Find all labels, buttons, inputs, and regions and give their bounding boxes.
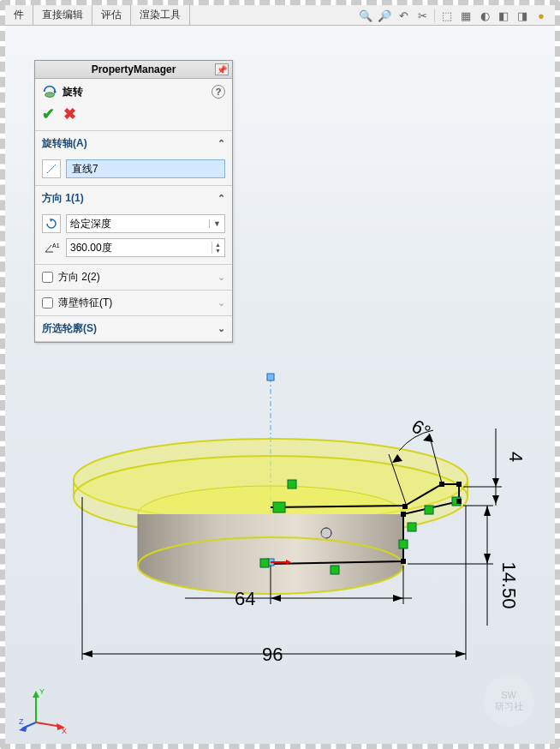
zoom-fit-icon[interactable]: 🔍 bbox=[359, 9, 372, 22]
svg-rect-24 bbox=[456, 482, 462, 487]
model-preview bbox=[39, 369, 527, 711]
svg-rect-16 bbox=[408, 523, 416, 531]
svg-marker-37 bbox=[82, 650, 92, 657]
orientation-triad[interactable]: Y X Z bbox=[19, 684, 70, 735]
edit-appearance-icon[interactable]: ● bbox=[534, 9, 548, 22]
svg-rect-18 bbox=[425, 506, 433, 514]
graphics-viewport[interactable]: 64 96 6° 4 14.50 Y X Z SW 研习社 bbox=[5, 26, 555, 744]
svg-rect-17 bbox=[399, 540, 408, 548]
svg-rect-22 bbox=[402, 504, 408, 509]
svg-rect-14 bbox=[288, 480, 296, 488]
view-settings-icon[interactable]: ◨ bbox=[515, 9, 529, 22]
svg-rect-20 bbox=[331, 566, 339, 574]
svg-rect-6 bbox=[267, 374, 274, 380]
tab-render-tools[interactable]: 渲染工具 bbox=[131, 5, 190, 25]
prev-view-icon[interactable]: ↶ bbox=[396, 9, 410, 22]
dimension-1450[interactable]: 14.50 bbox=[497, 561, 520, 608]
svg-marker-43 bbox=[484, 554, 491, 564]
svg-marker-46 bbox=[492, 478, 499, 487]
display-style-icon[interactable]: ▦ bbox=[459, 9, 473, 22]
dimension-64[interactable]: 64 bbox=[235, 588, 255, 610]
svg-marker-42 bbox=[484, 506, 491, 516]
svg-text:X: X bbox=[62, 727, 67, 735]
svg-marker-53 bbox=[33, 691, 39, 698]
separator bbox=[434, 9, 435, 22]
svg-text:Y: Y bbox=[39, 687, 45, 696]
svg-rect-21 bbox=[260, 559, 269, 567]
view-toolbar: 🔍 🔎 ↶ ✂ ⬚ ▦ ◐ ◧ ◨ ● bbox=[352, 5, 555, 26]
watermark-line2: 研习社 bbox=[495, 700, 523, 713]
zoom-area-icon[interactable]: 🔎 bbox=[378, 9, 391, 22]
svg-marker-47 bbox=[492, 495, 499, 504]
svg-rect-15 bbox=[273, 502, 285, 512]
apply-scene-icon[interactable]: ◧ bbox=[497, 9, 510, 22]
svg-marker-59 bbox=[19, 725, 27, 732]
tab-evaluate[interactable]: 评估 bbox=[92, 5, 131, 25]
svg-marker-38 bbox=[456, 650, 466, 657]
dimension-96[interactable]: 96 bbox=[262, 644, 283, 666]
section-view-icon[interactable]: ✂ bbox=[415, 9, 429, 22]
svg-marker-33 bbox=[393, 595, 403, 602]
watermark: SW 研习社 bbox=[483, 675, 534, 727]
svg-rect-25 bbox=[456, 499, 462, 504]
svg-rect-27 bbox=[401, 559, 406, 564]
tab-direct-edit[interactable]: 直接编辑 bbox=[33, 5, 92, 25]
view-orientation-icon[interactable]: ⬚ bbox=[440, 9, 454, 22]
svg-marker-32 bbox=[271, 595, 281, 602]
dimension-4[interactable]: 4 bbox=[504, 452, 527, 462]
hide-show-icon[interactable]: ◐ bbox=[478, 9, 491, 22]
tab-parts[interactable]: 件 bbox=[5, 5, 33, 25]
svg-text:Z: Z bbox=[19, 717, 24, 726]
svg-rect-26 bbox=[401, 512, 406, 517]
watermark-line1: SW bbox=[501, 690, 516, 700]
